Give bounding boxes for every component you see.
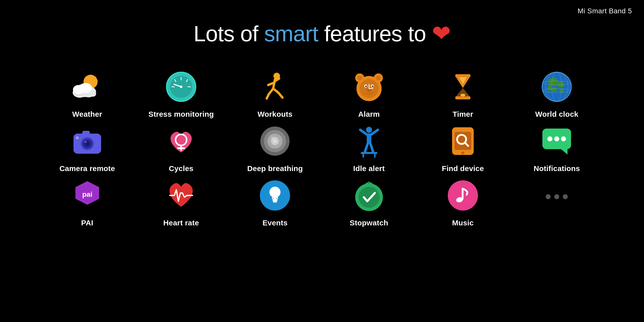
svg-point-69 xyxy=(273,140,276,143)
workouts-icon xyxy=(257,69,293,104)
stress-monitoring-label: Stress monitoring xyxy=(148,110,214,118)
weather-label: Weather xyxy=(72,110,102,118)
feature-stopwatch: Stopwatch xyxy=(322,178,416,227)
workouts-label: Workouts xyxy=(258,110,293,118)
svg-point-15 xyxy=(180,86,182,88)
feature-camera-remote: Camera remote xyxy=(40,124,134,173)
svg-point-6 xyxy=(79,83,92,93)
more-icon xyxy=(539,178,574,213)
events-icon xyxy=(257,178,293,213)
idle-alert-label: Idle alert xyxy=(353,164,385,173)
notifications-label: Notifications xyxy=(534,164,580,173)
svg-point-47 xyxy=(551,87,557,92)
svg-point-102 xyxy=(358,187,380,208)
timer-label: Timer xyxy=(453,110,473,118)
svg-text:pai: pai xyxy=(82,190,92,198)
heart-rate-icon xyxy=(164,178,199,213)
svg-point-43 xyxy=(460,94,465,96)
pai-label: PAI xyxy=(81,219,93,227)
svg-marker-86 xyxy=(561,149,568,154)
svg-point-49 xyxy=(547,85,551,91)
feature-pai: pai PAI xyxy=(40,178,134,227)
dot-2 xyxy=(554,194,559,199)
heart-rate-label: Heart rate xyxy=(163,219,199,227)
feature-cycles: Cycles xyxy=(134,124,228,173)
deep-breathing-label: Deep breathing xyxy=(247,164,303,173)
svg-point-29 xyxy=(376,75,381,80)
svg-point-84 xyxy=(461,151,464,154)
svg-line-24 xyxy=(278,93,283,98)
feature-notifications: Notifications xyxy=(510,124,604,173)
svg-point-27 xyxy=(357,75,362,80)
feature-weather: Weather xyxy=(40,69,134,118)
feature-stress-monitoring: Stress monitoring xyxy=(134,69,228,118)
world-clock-label: World clock xyxy=(535,110,578,118)
svg-point-71 xyxy=(366,127,372,133)
svg-rect-101 xyxy=(368,182,370,184)
world-clock-icon xyxy=(539,69,574,104)
idle-alert-icon xyxy=(351,124,387,159)
svg-rect-96 xyxy=(273,201,277,203)
svg-point-93 xyxy=(269,187,280,198)
svg-point-59 xyxy=(85,141,87,143)
svg-point-70 xyxy=(270,136,274,140)
stopwatch-icon xyxy=(351,178,387,213)
headline-highlight: smart xyxy=(264,21,318,46)
svg-point-61 xyxy=(76,136,79,139)
stopwatch-label: Stopwatch xyxy=(350,219,388,227)
headline-suffix: features to xyxy=(318,21,426,46)
svg-rect-38 xyxy=(455,74,470,77)
events-label: Events xyxy=(263,219,288,227)
svg-point-34 xyxy=(372,86,373,87)
svg-rect-39 xyxy=(455,96,470,99)
svg-point-89 xyxy=(561,136,566,141)
heart-icon: ❤ xyxy=(432,21,451,46)
brand-label: Mi Smart Band 5 xyxy=(578,7,632,15)
svg-point-46 xyxy=(557,81,564,87)
deep-breathing-icon xyxy=(257,124,293,159)
svg-rect-95 xyxy=(272,199,277,201)
svg-point-33 xyxy=(365,86,367,87)
svg-rect-94 xyxy=(272,197,278,199)
headline-prefix: Lots of xyxy=(193,21,264,46)
weather-icon xyxy=(70,69,105,104)
feature-workouts: Workouts xyxy=(228,69,322,118)
svg-line-22 xyxy=(267,94,269,99)
feature-world-clock: World clock xyxy=(510,69,604,118)
svg-point-87 xyxy=(547,136,552,141)
pai-icon: pai xyxy=(70,178,105,213)
feature-events: Events xyxy=(228,178,322,227)
feature-timer: Timer xyxy=(416,69,510,118)
dot-1 xyxy=(546,194,551,199)
svg-rect-60 xyxy=(82,131,90,134)
feature-alarm: Alarm xyxy=(322,69,416,118)
feature-more xyxy=(510,178,604,227)
music-icon xyxy=(445,178,480,213)
timer-icon xyxy=(445,69,480,104)
svg-line-76 xyxy=(370,143,373,152)
cycles-icon xyxy=(164,124,199,159)
alarm-label: Alarm xyxy=(358,110,380,118)
alarm-icon xyxy=(351,69,387,104)
svg-point-88 xyxy=(554,136,559,141)
music-label: Music xyxy=(452,219,474,227)
feature-music: Music xyxy=(416,178,510,227)
feature-find-device: Find device xyxy=(416,124,510,173)
camera-remote-label: Camera remote xyxy=(59,164,115,173)
camera-remote-icon xyxy=(70,124,105,159)
dot-3 xyxy=(563,194,568,199)
feature-deep-breathing: Deep breathing xyxy=(228,124,322,173)
find-device-icon xyxy=(445,124,480,159)
feature-idle-alert: Idle alert xyxy=(322,124,416,173)
svg-line-75 xyxy=(365,143,368,152)
find-device-label: Find device xyxy=(442,164,484,173)
more-dots xyxy=(546,194,568,199)
headline: Lots of smart features to ❤ xyxy=(0,0,644,47)
feature-heart-rate: Heart rate xyxy=(134,178,228,227)
notifications-icon xyxy=(539,124,574,159)
cycles-label: Cycles xyxy=(169,164,193,173)
svg-point-44 xyxy=(542,72,572,102)
stress-monitoring-icon xyxy=(164,69,199,104)
features-grid: Weather xyxy=(0,54,644,237)
